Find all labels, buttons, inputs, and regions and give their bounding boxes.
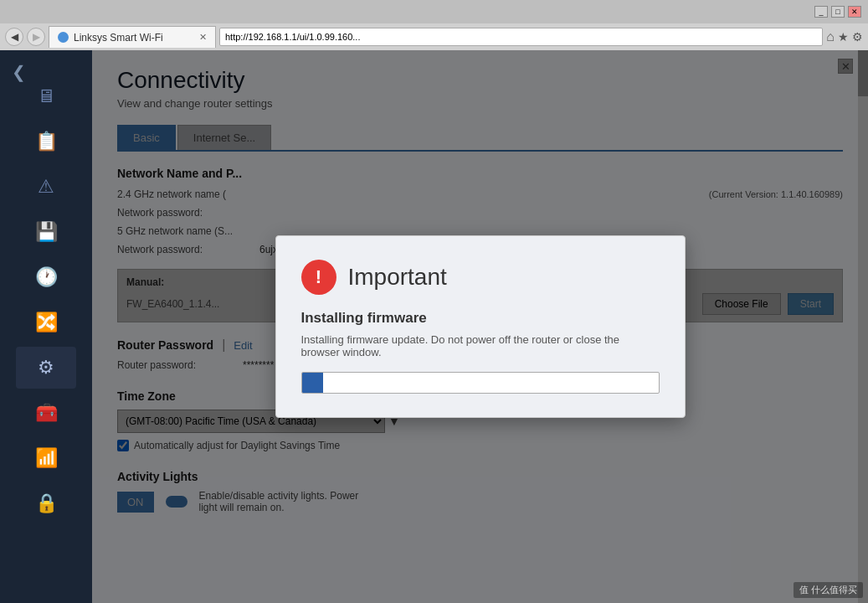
- modal-subtitle: Installing firmware: [301, 310, 660, 327]
- settings-gear-icon: ⚙: [38, 357, 54, 379]
- sidebar-item-settings[interactable]: ⚙: [16, 347, 76, 389]
- maximize-button[interactable]: □: [831, 6, 845, 18]
- content-panel: ✕ Connectivity View and change router se…: [92, 50, 868, 603]
- sidebar-item-wifi[interactable]: 📶: [16, 437, 76, 479]
- sidebar-item-transfer[interactable]: 🔀: [16, 302, 76, 343]
- browser-tab[interactable]: Linksys Smart Wi-Fi ✕: [49, 26, 216, 48]
- display-icon: 🖥: [37, 85, 55, 107]
- modal-description: Installing firmware update. Do not power…: [301, 333, 660, 358]
- browser-chrome: _ □ ✕ ◀ ▶ Linksys Smart Wi-Fi ✕ ⌂ ★ ⚙: [0, 0, 868, 50]
- lock-icon: 🔒: [35, 492, 58, 514]
- modal-overlay: ! Important Installing firmware Installi…: [92, 50, 868, 603]
- main-area: ❮ 🖥 📋 ⚠ 💾 🕐 🔀 ⚙ 🧰 📶 🔒: [0, 50, 868, 603]
- tab-close-icon[interactable]: ✕: [199, 32, 207, 43]
- list-icon: 📋: [35, 131, 58, 152]
- address-bar[interactable]: [219, 28, 823, 46]
- close-button[interactable]: ✕: [848, 6, 861, 18]
- tab-favicon: [58, 32, 69, 43]
- minimize-button[interactable]: _: [814, 6, 828, 18]
- star-icon[interactable]: ★: [838, 30, 849, 44]
- sidebar-item-list[interactable]: 📋: [16, 121, 76, 162]
- sidebar-item-tools[interactable]: 🧰: [16, 392, 76, 434]
- warning-icon: ⚠: [38, 176, 54, 198]
- save-icon: 💾: [35, 221, 58, 243]
- forward-button[interactable]: ▶: [27, 28, 45, 46]
- sidebar: ❮ 🖥 📋 ⚠ 💾 🕐 🔀 ⚙ 🧰 📶 🔒: [0, 50, 92, 603]
- wifi-icon: 📶: [35, 447, 58, 469]
- settings-icon[interactable]: ⚙: [852, 30, 863, 44]
- back-button[interactable]: ◀: [5, 28, 23, 46]
- sidebar-item-security[interactable]: 🔒: [16, 482, 76, 524]
- progress-bar-fill: [302, 373, 324, 393]
- browser-title-bar: _ □ ✕: [0, 0, 868, 23]
- progress-bar-container: [301, 372, 660, 394]
- home-icon[interactable]: ⌂: [826, 29, 835, 44]
- clock-icon: 🕐: [35, 266, 58, 288]
- transfer-icon: 🔀: [35, 312, 58, 333]
- watermark: 值 什么值得买: [794, 582, 863, 598]
- sidebar-item-clock[interactable]: 🕐: [16, 256, 76, 298]
- modal-header: ! Important: [301, 260, 660, 295]
- tools-icon: 🧰: [35, 402, 58, 424]
- sidebar-item-save[interactable]: 💾: [16, 211, 76, 253]
- modal-box: ! Important Installing firmware Installi…: [275, 235, 686, 418]
- tab-label: Linksys Smart Wi-Fi: [74, 32, 163, 44]
- sidebar-item-warning[interactable]: ⚠: [16, 166, 76, 208]
- modal-error-icon: !: [301, 260, 336, 295]
- modal-title: Important: [348, 264, 447, 291]
- sidebar-back-button[interactable]: ❮: [12, 62, 26, 82]
